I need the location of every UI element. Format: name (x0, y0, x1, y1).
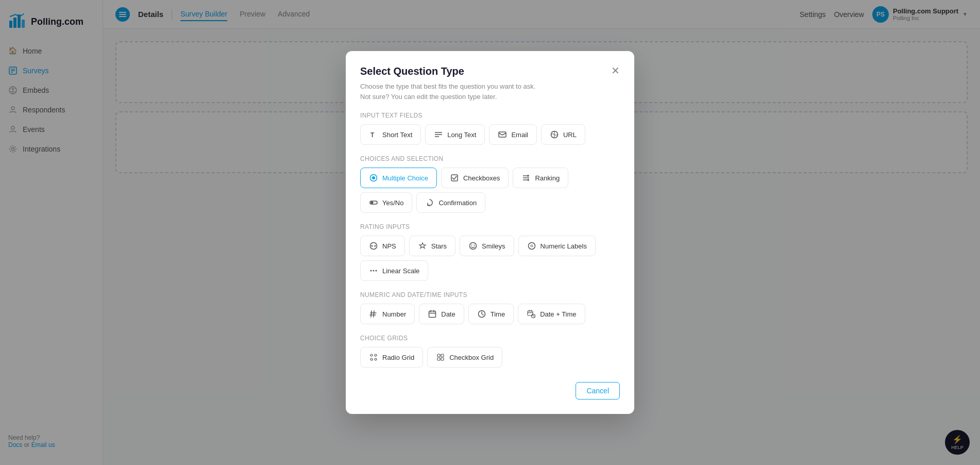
option-label: Time (491, 310, 505, 318)
svg-rect-63 (437, 358, 440, 360)
option-label: Multiple Choice (382, 174, 428, 182)
option-date[interactable]: Date (419, 304, 464, 324)
checkbox-grid-icon (436, 353, 445, 362)
option-multiple-choice[interactable]: Multiple Choice (360, 168, 437, 188)
option-label: Short Text (382, 131, 412, 139)
option-stars[interactable]: Stars (409, 236, 455, 256)
checkboxes-icon (450, 173, 459, 182)
svg-point-42 (376, 270, 377, 272)
cancel-button[interactable]: Cancel (576, 382, 620, 400)
time-icon (477, 309, 486, 319)
option-short-text[interactable]: T Short Text (360, 124, 421, 145)
option-nps[interactable]: NPS (360, 236, 405, 256)
svg-point-25 (372, 176, 375, 179)
option-label: NPS (382, 242, 396, 250)
section-label-input-text: Input Text Fields (360, 112, 620, 119)
svg-line-44 (374, 311, 374, 317)
stars-icon (418, 241, 427, 251)
option-url[interactable]: URL (541, 124, 585, 145)
option-label: Long Text (447, 131, 476, 139)
options-grid-datetime: Number Date (360, 304, 620, 324)
option-checkbox-grid[interactable]: Checkbox Grid (427, 347, 502, 368)
svg-text:T: T (370, 131, 375, 139)
select-question-type-modal: Select Question Type ✕ Choose the type t… (346, 51, 634, 414)
smileys-icon (468, 241, 478, 251)
option-label: Checkboxes (463, 174, 500, 182)
number-icon (369, 309, 378, 319)
svg-rect-61 (437, 354, 440, 357)
option-label: Date (441, 310, 455, 318)
svg-point-33 (371, 245, 373, 247)
section-label-choice-grids: Choice Grids (360, 335, 620, 342)
section-label-choices: Choices and Selection (360, 155, 620, 162)
svg-point-60 (375, 358, 377, 360)
date-time-icon (527, 309, 536, 319)
linear-scale-icon (369, 266, 378, 275)
svg-point-57 (370, 354, 373, 356)
svg-rect-62 (441, 354, 444, 357)
option-smileys[interactable]: Smileys (460, 236, 514, 256)
options-grid-choice-grids: Radio Grid Checkbox Grid (360, 347, 620, 368)
option-label: Yes/No (382, 199, 403, 207)
option-number[interactable]: Number (360, 304, 415, 324)
svg-rect-21 (499, 132, 506, 137)
option-label: Date + Time (540, 310, 576, 318)
section-label-rating: Rating Inputs (360, 223, 620, 230)
long-text-icon (434, 130, 443, 139)
section-label-datetime: Numeric and Date/Time Inputs (360, 291, 620, 298)
option-long-text[interactable]: Long Text (425, 124, 485, 145)
nps-icon (369, 241, 378, 251)
yes-no-icon (369, 198, 378, 207)
option-confirmation[interactable]: Confirmation (416, 192, 485, 213)
svg-point-38 (528, 243, 535, 250)
modal-subtitle: Choose the type that best fits the quest… (360, 81, 620, 102)
svg-point-32 (370, 243, 377, 250)
multiple-choice-icon (369, 173, 378, 182)
option-email[interactable]: Email (489, 124, 537, 145)
option-label: Confirmation (438, 199, 477, 207)
url-icon (550, 130, 559, 139)
svg-point-39 (531, 245, 533, 247)
option-label: Radio Grid (382, 354, 414, 361)
svg-rect-47 (429, 311, 436, 318)
modal-header: Select Question Type ✕ (360, 65, 620, 77)
svg-rect-64 (441, 358, 444, 360)
option-label: Email (511, 131, 528, 139)
option-label: Number (382, 310, 406, 318)
modal-close-button[interactable]: ✕ (611, 65, 620, 76)
numeric-labels-icon (527, 241, 536, 251)
options-grid-rating: NPS Stars S (360, 236, 620, 281)
option-linear-scale[interactable]: Linear Scale (360, 260, 428, 281)
svg-line-43 (371, 311, 371, 317)
radio-grid-icon (369, 353, 378, 362)
option-yes-no[interactable]: Yes/No (360, 192, 412, 213)
short-text-icon: T (369, 130, 378, 139)
option-radio-grid[interactable]: Radio Grid (360, 347, 423, 368)
option-date-time[interactable]: Date + Time (518, 304, 585, 324)
email-icon (498, 130, 507, 139)
option-numeric-labels[interactable]: Numeric Labels (518, 236, 596, 256)
option-label: Numeric Labels (540, 242, 587, 250)
option-label: Ranking (535, 174, 560, 182)
svg-point-35 (470, 243, 477, 250)
svg-point-40 (370, 270, 372, 272)
svg-point-41 (373, 270, 375, 272)
modal-overlay[interactable]: Select Question Type ✕ Choose the type t… (0, 0, 980, 465)
modal-title: Select Question Type (360, 65, 464, 77)
ranking-icon (521, 173, 531, 182)
modal-footer: Cancel (360, 378, 620, 400)
svg-point-59 (370, 358, 373, 360)
option-label: Stars (431, 242, 447, 250)
option-ranking[interactable]: Ranking (513, 168, 568, 188)
svg-point-31 (371, 202, 374, 204)
option-label: URL (563, 131, 577, 139)
svg-point-34 (375, 245, 376, 247)
option-time[interactable]: Time (468, 304, 514, 324)
option-label: Linear Scale (382, 267, 419, 275)
option-checkboxes[interactable]: Checkboxes (441, 168, 509, 188)
date-icon (428, 309, 437, 319)
option-label: Checkbox Grid (449, 354, 494, 361)
confirmation-icon (425, 198, 434, 207)
options-grid-choices: Multiple Choice Checkboxes (360, 168, 620, 213)
svg-point-58 (375, 354, 377, 356)
